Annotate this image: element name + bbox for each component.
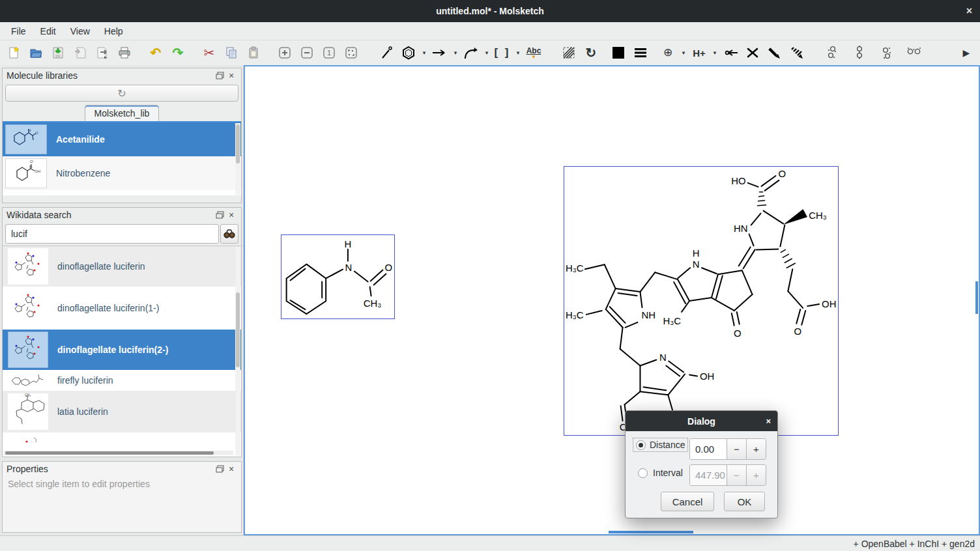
close-panel-icon[interactable]: × (225, 210, 237, 220)
reaction-arrow-dropdown[interactable]: ▾ (451, 42, 460, 63)
interval-label: Interval (653, 468, 683, 478)
ring-dropdown[interactable]: ▾ (420, 42, 429, 63)
menu-help[interactable]: Help (97, 23, 130, 39)
implicit-hydrogen-icon[interactable] (719, 42, 742, 63)
distance-decrement-button[interactable]: − (727, 439, 746, 459)
interval-value[interactable]: 447.90 (690, 465, 727, 485)
result-dinoflagellate-luciferin-1[interactable]: dinoflagellate luciferin(1-) (3, 287, 241, 330)
canvas-horizontal-scrollbar[interactable] (609, 531, 693, 533)
list-item-nitrobenzene[interactable]: NOOH Nitrobenzene (3, 156, 241, 190)
wedge-bond-back-icon[interactable] (786, 42, 808, 63)
new-document-icon[interactable] (3, 42, 25, 63)
print-icon[interactable] (113, 42, 136, 63)
save-as-icon[interactable] (69, 42, 91, 63)
zoom-fit-icon[interactable] (340, 42, 362, 63)
tab-molsketch-lib[interactable]: Molsketch_lib (85, 105, 160, 121)
wikidata-panel-header: Wikidata search × (3, 208, 241, 222)
wikidata-panel-title: Wikidata search (7, 210, 214, 220)
menu-edit[interactable]: Edit (33, 23, 63, 39)
expand-toolbar-icon[interactable]: ▶ (955, 42, 977, 63)
atom-label: CH₃ (809, 210, 827, 221)
dialog-close-button[interactable]: × (766, 416, 771, 426)
save-icon[interactable] (47, 42, 69, 63)
open-file-icon[interactable] (25, 42, 47, 63)
result-dinoflagellate-luciferin[interactable]: dinoflagellate luciferin (3, 246, 241, 287)
drawing-canvas[interactable]: H N O CH₃ (244, 65, 980, 535)
wikidata-vertical-scrollbar[interactable] (235, 247, 240, 456)
result-firefly-luciferin[interactable]: firefly luciferin (3, 370, 241, 391)
menu-file[interactable]: File (4, 23, 33, 39)
interval-radio[interactable] (638, 468, 648, 478)
float-panel-icon[interactable] (214, 464, 225, 474)
paste-icon[interactable] (242, 42, 265, 63)
interval-decrement-button[interactable]: − (727, 465, 746, 485)
draw-bond-icon[interactable] (375, 42, 397, 63)
molecule-acetanilide[interactable]: H N O CH₃ (281, 234, 395, 319)
atom-label: OH (822, 298, 836, 309)
dialog-title-bar[interactable]: Dialog × (626, 411, 777, 431)
cancel-button[interactable]: Cancel (661, 492, 714, 511)
library-fragment-3-icon[interactable] (876, 42, 898, 63)
hatch-selection-icon[interactable] (558, 42, 580, 63)
charge-dropdown[interactable]: ▾ (679, 42, 688, 63)
delete-icon[interactable] (742, 42, 764, 63)
mechanism-arrow-icon[interactable] (460, 42, 482, 63)
atom-label: H₃C (566, 262, 584, 274)
library-fragment-2-icon[interactable] (848, 42, 871, 63)
result-latia-luciferin[interactable]: CH₃ latia luciferin (3, 391, 241, 432)
insert-brackets-icon[interactable]: [ ] (491, 42, 513, 63)
float-panel-icon[interactable] (214, 210, 225, 220)
reaction-arrow-icon[interactable] (429, 42, 451, 63)
wikidata-horizontal-scrollbar[interactable] (4, 451, 233, 455)
add-hydrogen-icon[interactable]: H+ (688, 42, 710, 63)
zoom-in-icon[interactable] (274, 42, 296, 63)
result-partial-row[interactable] (3, 432, 241, 449)
molecule-dinoflagellate-luciferin[interactable]: HO O CH₃ HN H N H₃C H₃C NH H₃C O OH O N … (564, 166, 839, 436)
copy-icon[interactable] (220, 42, 242, 63)
refresh-library-button[interactable]: ↻ (5, 85, 238, 102)
line-width-icon[interactable] (629, 42, 652, 63)
insert-text-icon[interactable]: Abc ▾ (523, 42, 545, 63)
ok-button[interactable]: OK (724, 492, 765, 511)
svg-text:N: N (28, 128, 31, 132)
float-panel-icon[interactable] (214, 70, 225, 81)
refresh-icon: ↻ (117, 87, 126, 100)
mechanism-arrow-dropdown[interactable]: ▾ (482, 42, 491, 63)
undo-icon[interactable]: ↶ (145, 42, 167, 63)
atom-label: N (659, 352, 667, 363)
interval-increment-button[interactable]: + (746, 465, 766, 485)
distance-value[interactable]: 0.00 (690, 439, 727, 459)
library-fragment-4-icon[interactable] (903, 42, 925, 63)
cut-icon[interactable]: ✂ (198, 42, 220, 63)
svg-text:O: O (35, 131, 38, 135)
redo-icon[interactable]: ↷ (167, 42, 189, 63)
list-item-acetanilide[interactable]: NO Acetanilide (3, 122, 241, 156)
zoom-original-icon[interactable]: 1 (318, 42, 340, 63)
window-close-button[interactable]: × (966, 0, 972, 22)
brackets-dropdown[interactable]: ▾ (513, 42, 523, 63)
rotate-icon[interactable]: ↻ (580, 42, 602, 63)
distance-increment-button[interactable]: + (746, 439, 766, 459)
charge-icon[interactable]: ⊕ (657, 42, 679, 63)
molecule-thumbnail: CH₃ (8, 393, 48, 430)
result-label: dinoflagellate luciferin(2-) (57, 345, 168, 355)
close-panel-icon[interactable]: × (225, 70, 237, 81)
svg-text:1: 1 (327, 49, 331, 57)
zoom-out-icon[interactable] (296, 42, 318, 63)
insert-ring-icon[interactable] (397, 42, 420, 63)
hydrogen-dropdown[interactable]: ▾ (710, 42, 719, 63)
color-picker-icon[interactable] (607, 42, 629, 63)
result-dinoflagellate-luciferin-2[interactable]: dinoflagellate luciferin(2-) (3, 330, 241, 370)
wedge-bond-front-icon[interactable] (764, 42, 786, 63)
library-fragment-1-icon[interactable] (821, 42, 843, 63)
close-panel-icon[interactable]: × (225, 464, 237, 474)
svg-text:OH: OH (35, 169, 40, 173)
export-icon[interactable] (91, 42, 113, 63)
menu-view[interactable]: View (63, 23, 97, 39)
library-list-scrollbar[interactable] (235, 123, 240, 195)
svg-text:O: O (30, 160, 33, 163)
canvas-vertical-scrollbar[interactable] (975, 281, 978, 314)
distance-radio[interactable] (636, 440, 646, 450)
search-button[interactable] (220, 224, 238, 244)
wikidata-search-input[interactable] (5, 224, 219, 244)
